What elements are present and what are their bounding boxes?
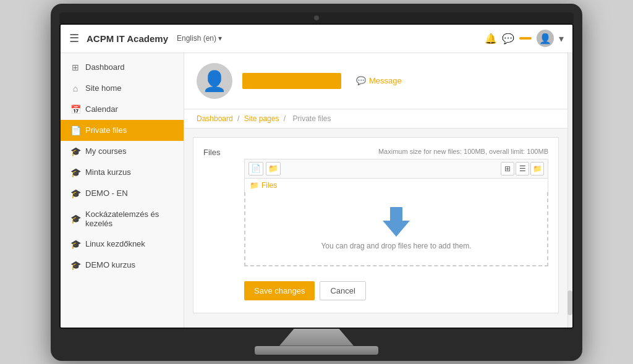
new-file-button[interactable]: 📄 — [249, 162, 263, 176]
sidebar-label-private-files: Private files — [85, 125, 127, 135]
files-label: Files — [203, 148, 234, 157]
avatar-icon: 👤 — [202, 69, 227, 93]
sidebar-label-kockazat: Kockázatelemzés és kezelés — [85, 210, 174, 228]
path-folder-icon: 📁 — [250, 181, 259, 190]
sidebar-item-site-home[interactable]: ⌂ Site home — [61, 78, 184, 99]
content: 👤 💬 Message Dashboard / Site pages — [184, 53, 567, 328]
notification-icon[interactable]: 🔔 — [485, 33, 497, 44]
save-changes-button[interactable]: Save changes — [244, 281, 315, 300]
user-badge[interactable] — [519, 37, 532, 40]
minta-kurzus-icon: 🎓 — [70, 167, 80, 177]
calendar-icon: 📅 — [70, 104, 80, 114]
user-dropdown-icon[interactable]: ▾ — [559, 33, 564, 44]
demo-kurzus-icon: 🎓 — [70, 260, 80, 270]
sidebar-label-calendar: Calendar — [85, 104, 118, 114]
scrollbar[interactable] — [567, 53, 572, 328]
drop-arrow-icon — [383, 221, 410, 237]
message-button[interactable]: 💬 Message — [356, 76, 402, 85]
breadcrumb-sep2: / — [284, 114, 288, 123]
kockazat-icon: 🎓 — [70, 214, 80, 224]
my-courses-icon: 🎓 — [70, 146, 80, 156]
sidebar-label-site-home: Site home — [85, 83, 122, 93]
monitor-base — [255, 346, 378, 355]
avatar[interactable]: 👤 — [537, 30, 554, 47]
dashboard-icon: ⊞ — [70, 62, 80, 72]
sidebar-item-my-courses[interactable]: 🎓 My courses — [61, 141, 184, 162]
file-manager: Maximum size for new files: 100MB, overa… — [244, 148, 548, 266]
file-section: Files Maximum size for new files: 100MB,… — [193, 137, 559, 313]
sidebar-label-my-courses: My courses — [85, 146, 126, 156]
chat-icon[interactable]: 💬 — [502, 33, 514, 44]
profile-header: 👤 💬 Message — [184, 53, 567, 109]
main-area: ⊞ Dashboard ⌂ Site home 📅 Calendar 📄 Pri… — [61, 53, 572, 328]
file-dropzone[interactable]: You can drag and drop files here to add … — [244, 192, 548, 266]
sidebar-item-linux[interactable]: 🎓 Linux kezdőknek — [61, 234, 184, 255]
scrollbar-thumb — [567, 290, 572, 315]
sidebar-label-dashboard: Dashboard — [85, 62, 125, 72]
breadcrumb-current: Private files — [292, 114, 331, 123]
drop-text: You can drag and drop files here to add … — [321, 242, 471, 250]
new-folder-icon: 📁 — [268, 164, 278, 173]
topnav-icons: 🔔 💬 👤 ▾ — [485, 30, 564, 47]
message-label: Message — [369, 76, 402, 85]
sidebar-label-demo-kurzus: DEMO kurzus — [85, 260, 135, 269]
sidebar-label-minta-kurzus: Minta kurzus — [85, 167, 131, 177]
cancel-button[interactable]: Cancel — [320, 281, 365, 300]
file-section-header: Files Maximum size for new files: 100MB,… — [203, 148, 548, 266]
menu-icon[interactable]: ☰ — [69, 32, 79, 45]
breadcrumb-dashboard[interactable]: Dashboard — [197, 114, 233, 123]
monitor-stand — [279, 329, 354, 346]
file-view-icons: ⊞ ☰ 📁 — [501, 162, 544, 176]
profile-avatar: 👤 — [197, 63, 232, 99]
path-label: Files — [261, 181, 277, 190]
sidebar-item-dashboard[interactable]: ⊞ Dashboard — [61, 57, 184, 78]
language-selector[interactable]: English (en) ▾ — [177, 34, 222, 43]
topnav: ☰ ACPM IT Academy English (en) ▾ 🔔 💬 👤 ▾ — [61, 25, 572, 53]
view-grid-button[interactable]: ⊞ — [501, 162, 514, 176]
private-files-icon: 📄 — [70, 125, 80, 135]
camera — [314, 15, 319, 20]
sidebar: ⊞ Dashboard ⌂ Site home 📅 Calendar 📄 Pri… — [61, 53, 184, 328]
sidebar-label-demo-en: DEMO - EN — [85, 188, 128, 198]
breadcrumb-sep1: / — [237, 114, 242, 123]
linux-icon: 🎓 — [70, 239, 80, 249]
view-folder-button[interactable]: 📁 — [530, 162, 544, 176]
sidebar-item-calendar[interactable]: 📅 Calendar — [61, 99, 184, 120]
brand-name: ACPM IT Academy — [87, 33, 168, 44]
demo-en-icon: 🎓 — [70, 188, 80, 198]
sidebar-item-private-files[interactable]: 📄 Private files — [61, 120, 184, 141]
file-manager-path: 📁 Files — [244, 178, 548, 192]
view-list-button[interactable]: ☰ — [516, 162, 529, 176]
message-icon: 💬 — [356, 76, 366, 85]
sidebar-item-demo-en[interactable]: 🎓 DEMO - EN — [61, 183, 184, 204]
sidebar-item-demo-kurzus[interactable]: 🎓 DEMO kurzus — [61, 255, 184, 276]
sidebar-item-kockazat[interactable]: 🎓 Kockázatelemzés és kezelés — [61, 204, 184, 234]
file-manager-toolbar: 📄 📁 ⊞ ☰ 📁 — [244, 159, 548, 178]
new-folder-button[interactable]: 📁 — [266, 162, 281, 176]
profile-name-badge — [242, 73, 341, 89]
action-buttons: Save changes Cancel — [203, 274, 548, 303]
file-manager-info: Maximum size for new files: 100MB, overa… — [244, 148, 548, 155]
file-tool-icons: 📄 📁 — [249, 162, 281, 176]
sidebar-item-minta-kurzus[interactable]: 🎓 Minta kurzus — [61, 162, 184, 183]
sidebar-label-linux: Linux kezdőknek — [85, 239, 145, 248]
site-home-icon: ⌂ — [70, 83, 80, 93]
breadcrumb: Dashboard / Site pages / Private files — [184, 109, 567, 129]
breadcrumb-site-pages[interactable]: Site pages — [244, 114, 279, 123]
new-file-icon: 📄 — [251, 164, 261, 173]
